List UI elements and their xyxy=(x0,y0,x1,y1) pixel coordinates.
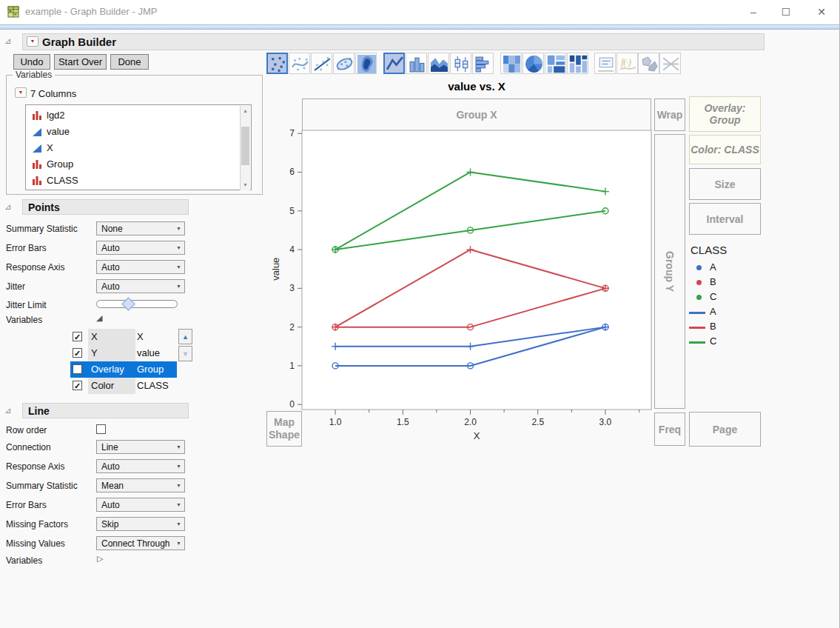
treemap-element-icon[interactable] xyxy=(545,53,566,74)
role-x-checkbox[interactable]: ✓ xyxy=(73,332,82,341)
role-row-y[interactable]: ✓ Y value xyxy=(70,345,177,361)
line-connection-dropdown[interactable]: Line ▼ xyxy=(96,440,185,454)
svg-text:X: X xyxy=(474,430,480,441)
columns-listbox[interactable]: lgd2 value X Group CLASS ▲ ▼ xyxy=(25,104,252,190)
size-drop-zone[interactable]: Size xyxy=(689,168,761,200)
svg-text:5: 5 xyxy=(289,206,295,216)
scroll-down-icon[interactable]: ▼ xyxy=(241,180,250,190)
line-error-bars-label: Error Bars xyxy=(6,500,47,510)
points-element-icon[interactable] xyxy=(266,53,288,74)
role-move-down-button[interactable]: ▼ xyxy=(178,346,192,361)
line-of-fit-element-icon[interactable] xyxy=(311,53,332,74)
role-row-x[interactable]: ✓ X X xyxy=(70,329,177,345)
overlay-drop-zone[interactable]: Overlay: Group xyxy=(689,96,761,132)
points-variables-expanded-icon[interactable]: ◢ xyxy=(96,313,102,323)
graph-builder-disclosure-icon[interactable]: ⊿ xyxy=(4,36,11,46)
missing-factors-label: Missing Factors xyxy=(6,519,68,530)
wrap-drop-zone[interactable]: Wrap xyxy=(654,98,685,131)
box-plot-element-icon[interactable] xyxy=(450,53,471,74)
bar-element-icon[interactable] xyxy=(406,53,427,74)
points-response-axis-dropdown[interactable]: Auto ▼ xyxy=(96,260,185,274)
formula-element-icon[interactable]: f(·) xyxy=(616,53,638,74)
line-error-bars-dropdown[interactable]: Auto ▼ xyxy=(96,498,185,512)
red-triangle-menu-icon[interactable]: ▼ xyxy=(27,36,38,47)
response-axis-label: Response Axis xyxy=(6,262,64,273)
start-over-button[interactable]: Start Over xyxy=(54,54,107,70)
area-element-icon[interactable] xyxy=(428,53,449,74)
row-order-label: Row order xyxy=(6,425,47,435)
scroll-up-icon[interactable]: ▲ xyxy=(241,106,250,116)
pie-element-icon[interactable] xyxy=(523,53,544,74)
dropdown-arrow-icon: ▼ xyxy=(176,502,181,507)
interval-drop-zone[interactable]: Interval xyxy=(689,203,761,235)
window-toolbar-strip xyxy=(0,24,840,30)
points-jitter-dropdown[interactable]: Auto ▼ xyxy=(96,279,185,293)
column-item-value[interactable]: value xyxy=(26,124,241,140)
columns-scrollbar[interactable]: ▲ ▼ xyxy=(240,106,250,190)
jmp-table-icon xyxy=(7,6,19,18)
column-item-x[interactable]: X xyxy=(26,140,241,156)
legend-line-swatch xyxy=(689,341,705,344)
undo-button[interactable]: Undo xyxy=(13,54,50,70)
maximize-button[interactable]: ☐ xyxy=(773,3,799,21)
group-y-drop-zone[interactable]: Group Y xyxy=(654,134,685,409)
role-row-color[interactable]: ✓ Color CLASS xyxy=(70,378,177,394)
heatmap-element-icon[interactable] xyxy=(500,53,522,74)
points-summary-statistic-dropdown[interactable]: None ▼ xyxy=(96,221,185,236)
role-overlay-checkbox[interactable] xyxy=(73,364,82,374)
histogram-element-icon[interactable] xyxy=(472,53,494,74)
window-title: example - Graph Builder - JMP xyxy=(25,6,157,17)
plot-area[interactable]: 012345671.01.52.02.53.0Xvalue xyxy=(270,127,654,444)
line-variables-collapsed-icon[interactable]: ▷ xyxy=(97,554,103,564)
role-y-checkbox[interactable]: ✓ xyxy=(73,348,82,358)
missing-values-label: Missing Values xyxy=(6,538,65,549)
column-item-class[interactable]: CLASS xyxy=(26,173,241,189)
contour-density-element-icon[interactable] xyxy=(355,53,377,74)
group-x-drop-zone[interactable]: Group X xyxy=(302,98,651,131)
freq-drop-zone[interactable]: Freq xyxy=(654,412,685,446)
done-button[interactable]: Done xyxy=(110,54,149,70)
svg-text:1.5: 1.5 xyxy=(397,417,409,427)
line-summary-statistic-dropdown[interactable]: Mean ▼ xyxy=(96,478,185,492)
svg-text:3: 3 xyxy=(289,283,295,293)
role-move-up-button[interactable]: ▲ xyxy=(178,329,192,344)
close-button[interactable]: ✕ xyxy=(809,3,834,21)
nominal-column-icon xyxy=(32,159,42,170)
row-order-checkbox[interactable] xyxy=(96,424,106,434)
color-drop-zone[interactable]: Color: CLASS xyxy=(689,135,761,164)
role-row-overlay[interactable]: Overlay Group xyxy=(70,361,177,378)
nominal-column-icon xyxy=(32,110,42,121)
role-color-checkbox[interactable]: ✓ xyxy=(73,381,82,390)
dropdown-arrow-icon: ▼ xyxy=(176,284,181,289)
page-drop-zone[interactable]: Page xyxy=(689,412,761,447)
missing-factors-dropdown[interactable]: Skip ▼ xyxy=(96,517,185,531)
chart-title: value vs. X xyxy=(302,80,651,93)
map-shapes-element-icon[interactable] xyxy=(638,53,659,74)
column-item-group[interactable]: Group xyxy=(26,156,241,173)
missing-values-dropdown[interactable]: Connect Through ▼ xyxy=(96,536,185,550)
parallel-plot-element-icon[interactable] xyxy=(659,53,681,74)
points-panel-title: Points xyxy=(28,201,60,213)
smoother-element-icon[interactable] xyxy=(289,53,310,74)
graph-builder-title: Graph Builder xyxy=(42,36,116,48)
ellipse-element-icon[interactable] xyxy=(333,53,355,74)
caption-box-element-icon[interactable] xyxy=(594,53,616,74)
jitter-limit-slider[interactable] xyxy=(96,300,178,308)
line-response-axis-dropdown[interactable]: Auto ▼ xyxy=(96,459,185,473)
svg-text:4: 4 xyxy=(289,244,295,255)
scrollbar-thumb[interactable] xyxy=(241,127,249,165)
dropdown-arrow-icon: ▼ xyxy=(176,444,181,450)
graph-builder-header xyxy=(22,33,765,50)
variables-group-title: Variables xyxy=(13,70,55,80)
line-disclosure-icon[interactable]: ⊿ xyxy=(4,406,11,415)
svg-text:2.5: 2.5 xyxy=(531,417,544,427)
columns-count-label: 7 Columns xyxy=(30,88,76,99)
line-element-icon[interactable] xyxy=(383,53,405,74)
column-item-lgd2[interactable]: lgd2 xyxy=(26,107,241,124)
minimize-button[interactable]: – xyxy=(741,3,766,21)
legend-dot-swatch xyxy=(696,280,702,285)
points-error-bars-dropdown[interactable]: Auto ▼ xyxy=(96,241,185,255)
points-disclosure-icon[interactable]: ⊿ xyxy=(4,202,11,212)
mosaic-element-icon[interactable] xyxy=(567,53,588,74)
columns-red-triangle-icon[interactable]: ▼ xyxy=(15,87,27,98)
